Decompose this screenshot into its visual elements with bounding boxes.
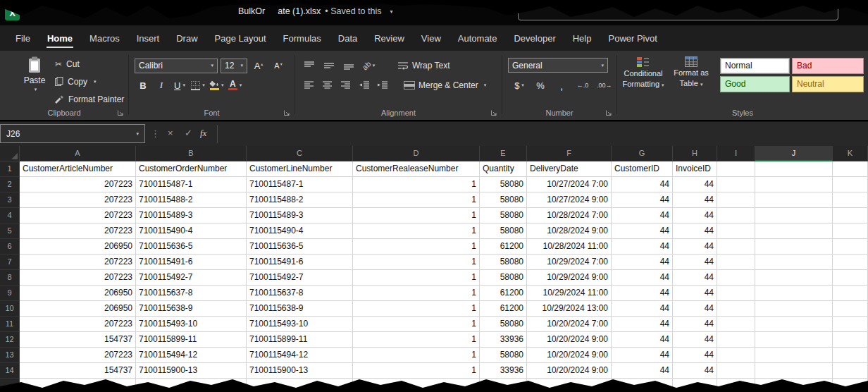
wrap-text-button[interactable]: Wrap Text [398,61,450,71]
menu-tab-draw[interactable]: Draw [168,25,206,51]
cell-style-neutral[interactable]: Neutral [792,76,864,92]
cell-F7[interactable]: 10/29/2024 7:00 [527,255,612,270]
cell-F8[interactable]: 10/29/2024 9:00 [527,270,612,286]
cell-K13[interactable] [833,348,868,363]
cell-J11[interactable] [755,317,833,332]
cell-C4[interactable]: 7100115489-3 [247,208,353,223]
font-dialog-launcher-icon[interactable] [283,109,290,116]
menu-tab-file[interactable]: File [7,25,39,51]
cell-A6[interactable]: 206950 [20,239,136,255]
cell-G1[interactable]: CustomerID [612,161,673,177]
cell-K12[interactable] [833,332,868,348]
row-header-7[interactable]: 7 [0,255,20,270]
menu-tab-developer[interactable]: Developer [505,25,564,51]
align-right-button[interactable] [337,78,354,93]
cell-J2[interactable] [755,177,833,192]
cell-I9[interactable] [717,286,755,301]
align-bottom-button[interactable] [340,58,357,73]
cell-H5[interactable]: 44 [673,223,717,239]
column-header-c[interactable]: C [247,146,353,161]
cell-I1[interactable] [717,161,755,177]
cell-B10[interactable]: 7100115638-9 [136,301,247,317]
font-color-button[interactable]: A ▾ [227,78,244,93]
cell-E10[interactable]: 61200 [480,301,527,317]
merge-center-button[interactable]: Merge & Center ▾ [404,80,486,90]
column-header-f[interactable]: F [527,146,612,161]
row-header-5[interactable]: 5 [0,223,20,239]
cell-D6[interactable]: 1 [353,239,480,255]
cell-C5[interactable]: 7100115490-4 [247,223,353,239]
cell-K4[interactable] [833,208,868,223]
cell-K11[interactable] [833,317,868,332]
cell-I12[interactable] [717,332,755,348]
cell-B8[interactable]: 7100115492-7 [136,270,247,286]
cell-A14[interactable]: 154737 [20,363,136,379]
column-header-e[interactable]: E [480,146,527,161]
cell-D4[interactable]: 1 [353,208,480,223]
cell-E13[interactable]: 58080 [480,348,527,363]
cell-H1[interactable]: InvoiceID [673,161,717,177]
conditional-formatting-button[interactable]: Conditional Formatting▾ [620,56,666,90]
cell-E9[interactable]: 61200 [480,286,527,301]
cell-E8[interactable]: 58080 [480,270,527,286]
cell-A4[interactable]: 207223 [20,208,136,223]
cell-J4[interactable] [755,208,833,223]
cell-J7[interactable] [755,255,833,270]
align-top-button[interactable] [301,58,318,73]
copy-button[interactable]: Copy ▾ [52,73,127,90]
name-box[interactable]: J26 ▾ [0,124,145,143]
cell-H2[interactable]: 44 [673,177,717,192]
cell-E12[interactable]: 33936 [480,332,527,348]
cell-A10[interactable]: 206950 [20,301,136,317]
menu-tab-review[interactable]: Review [366,25,413,51]
cell-E6[interactable]: 61200 [480,239,527,255]
cell-C1[interactable]: CustomerLineNumber [247,161,353,177]
cell-E14[interactable]: 33936 [480,363,527,379]
comma-style-button[interactable]: , [553,78,570,93]
cell-A9[interactable]: 206950 [20,286,136,301]
menu-tab-data[interactable]: Data [330,25,366,51]
align-center-button[interactable] [319,78,336,93]
fill-color-button[interactable]: ▾ [208,78,225,93]
cell-K5[interactable] [833,223,868,239]
increase-font-size-button[interactable]: A▴ [250,58,267,73]
cell-G9[interactable]: 44 [612,286,673,301]
cell-D3[interactable]: 1 [353,192,480,208]
cell-C[interactable] [247,379,353,392]
menu-tab-page-layout[interactable]: Page Layout [206,25,275,51]
cell-C9[interactable]: 7100115637-8 [247,286,353,301]
cell-G7[interactable]: 44 [612,255,673,270]
excel-logo-icon[interactable]: X [5,6,20,20]
cell-K[interactable] [833,379,868,392]
search-box[interactable] [518,1,838,20]
cell-G10[interactable]: 44 [612,301,673,317]
cell-G4[interactable]: 44 [612,208,673,223]
cell-C3[interactable]: 7100115488-2 [247,192,353,208]
cell-I3[interactable] [717,192,755,208]
cell-K8[interactable] [833,270,868,286]
cell-A3[interactable]: 207223 [20,192,136,208]
cell-I6[interactable] [717,239,755,255]
cell-J6[interactable] [755,239,833,255]
cell-B11[interactable]: 7100115493-10 [136,317,247,332]
row-header-4[interactable]: 4 [0,208,20,223]
cell-E5[interactable]: 58080 [480,223,527,239]
font-size-select[interactable]: 12 ▾ [221,59,247,73]
name-box-dropdown-icon[interactable]: ▾ [136,131,139,137]
cell-D1[interactable]: CustomerRealeaseNumber [353,161,480,177]
cell-J3[interactable] [755,192,833,208]
cell-D10[interactable]: 1 [353,301,480,317]
cell-G2[interactable]: 44 [612,177,673,192]
cell-E2[interactable]: 58080 [480,177,527,192]
cell-I8[interactable] [717,270,755,286]
cell-B1[interactable]: CustomerOrderNumber [136,161,247,177]
cell-J14[interactable] [755,363,833,379]
decrease-indent-button[interactable] [356,78,373,93]
cell-J9[interactable] [755,286,833,301]
cell-B6[interactable]: 7100115636-5 [136,239,247,255]
column-header-b[interactable]: B [136,146,247,161]
cell-B14[interactable]: 7100115900-13 [136,363,247,379]
cell-H[interactable] [673,379,717,392]
cell-G5[interactable]: 44 [612,223,673,239]
cell-E1[interactable]: Quantity [480,161,527,177]
